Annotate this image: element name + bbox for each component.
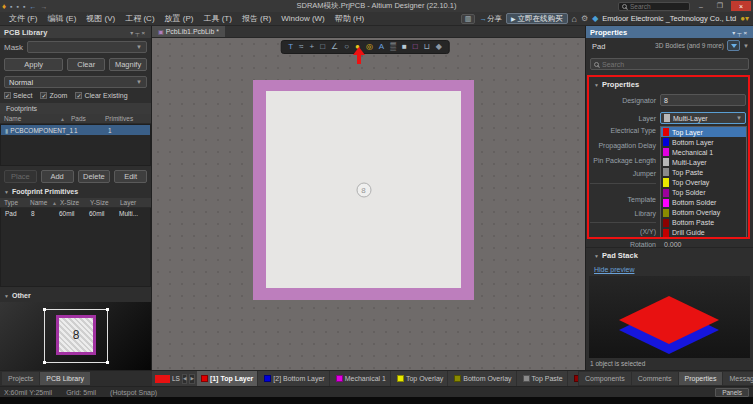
via-tool-icon[interactable]: ◎ — [366, 43, 373, 51]
global-search-box[interactable] — [618, 2, 690, 11]
layer-option-top-layer[interactable]: Top Layer — [661, 127, 746, 137]
delete-button[interactable]: Delete — [78, 170, 111, 183]
layer-tab-mechanical-1[interactable]: Mechanical 1 — [332, 371, 391, 386]
footprints-table-header[interactable]: Name ▲ Pads Primitives — [0, 114, 151, 124]
share-button[interactable]: →分享 — [479, 14, 502, 24]
dimension-tool-icon[interactable]: ∠ — [331, 43, 338, 51]
save-icon[interactable]: ▪ — [10, 3, 12, 10]
layer-option-bottom-paste[interactable]: Bottom Paste — [661, 218, 746, 228]
3d-body-tool-icon[interactable]: ◆ — [436, 43, 442, 51]
open-icon[interactable]: ▪ — [17, 3, 19, 10]
filter-mode-combo[interactable]: Normal▼ — [4, 76, 147, 88]
primitive-row[interactable]: Pad 8 60mil 60mil Multi... — [1, 208, 150, 218]
clear-button[interactable]: Clear — [67, 58, 105, 71]
scroll-right-icon[interactable]: ▶ — [189, 374, 194, 384]
layer-tab-bottom-overlay[interactable]: Bottom Overlay — [450, 371, 516, 386]
add-button[interactable]: Add — [41, 170, 74, 183]
selection-handle[interactable] — [43, 361, 46, 364]
layer-set-chip[interactable]: LS — [155, 375, 180, 383]
scroll-left-icon[interactable]: ◀ — [182, 374, 187, 384]
layer-option-multi-layer[interactable]: Multi-Layer — [661, 157, 746, 167]
selection-handle[interactable] — [106, 361, 109, 364]
clear-existing-checkbox[interactable]: ✓Clear Existing — [75, 92, 127, 99]
layer-option-drill-guide[interactable]: Drill Guide — [661, 228, 746, 238]
primitives-table-header[interactable]: Type Name ▲ X-Size Y-Size Layer — [0, 198, 151, 208]
menu-view[interactable]: 视图 (V) — [81, 13, 120, 24]
tab-projects[interactable]: Projects — [2, 372, 39, 385]
layer-tab-top-paste[interactable]: Top Paste — [519, 371, 568, 386]
layer-tab-bottom-paste[interactable]: Bottom Paste — [570, 371, 578, 386]
collapse-icon[interactable]: ▼ — [594, 82, 599, 88]
gear-icon[interactable]: ⚙ — [581, 14, 588, 23]
tab-properties[interactable]: Properties — [679, 372, 723, 385]
layer-option-bottom-solder[interactable]: Bottom Solder — [661, 198, 746, 208]
layer-option-bottom-layer[interactable]: Bottom Layer — [661, 137, 746, 147]
global-search-input[interactable] — [630, 3, 685, 10]
designator-field[interactable]: 8 — [660, 94, 746, 106]
selection-handle[interactable] — [43, 308, 46, 311]
track-tool-icon[interactable]: ≈ — [299, 43, 303, 51]
menu-place[interactable]: 放置 (P) — [160, 13, 199, 24]
menu-reports[interactable]: 报告 (R) — [237, 13, 276, 24]
layer-option-mechanical-1[interactable]: Mechanical 1 — [661, 147, 746, 157]
layer-option-top-solder[interactable]: Top Solder — [661, 188, 746, 198]
mask-combo[interactable]: ▼ — [27, 41, 147, 53]
layer-tab-top-overlay[interactable]: Top Overlay — [393, 371, 448, 386]
layer-tab-bottom-layer[interactable]: [2] Bottom Layer — [260, 371, 329, 386]
arc-tool-icon[interactable]: ○ — [344, 43, 349, 51]
user-account-icon[interactable]: ●▾ — [740, 14, 749, 23]
home-icon[interactable]: ⌂ — [572, 14, 577, 24]
collapse-icon[interactable]: ▼ — [4, 293, 9, 299]
storage-icon[interactable]: ▪ — [23, 3, 25, 10]
rectangle-tool-icon[interactable]: □ — [320, 43, 325, 51]
layer-dropdown-field[interactable]: Multi-Layer ▼ — [660, 112, 746, 124]
pad-object[interactable]: 8 — [253, 80, 474, 300]
select-checkbox[interactable]: ✓Select — [4, 92, 32, 99]
tab-comments[interactable]: Comments — [632, 372, 678, 385]
room-tool-icon[interactable]: □ — [413, 43, 418, 51]
panel-header-icons[interactable]: ▾┬× — [732, 29, 749, 36]
tab-messages[interactable]: Messages — [723, 372, 753, 385]
close-button[interactable]: × — [731, 1, 751, 11]
crosshair-tool-icon[interactable]: + — [310, 43, 315, 51]
menu-edit[interactable]: 编辑 (E) — [42, 13, 81, 24]
redo-icon[interactable]: → — [41, 3, 48, 10]
menu-file[interactable]: 文件 (F) — [4, 13, 42, 24]
footprint-row[interactable]: ▮ PCBCOMPONENT_1 1 1 — [1, 125, 150, 135]
maximize-button[interactable]: ❐ — [712, 1, 728, 11]
apply-button[interactable]: Apply — [4, 58, 63, 71]
layer-tab-top-layer[interactable]: [1] Top Layer — [197, 371, 258, 386]
pad-stack-3d-preview[interactable] — [589, 276, 750, 358]
properties-search-box[interactable] — [590, 58, 749, 70]
chevron-down-icon[interactable]: ▼ — [743, 43, 749, 49]
collapse-icon[interactable]: ▼ — [4, 189, 9, 195]
tab-pcb-library[interactable]: PCB Library — [40, 372, 90, 385]
minimize-button[interactable]: – — [693, 1, 709, 11]
menu-help[interactable]: 帮助 (H) — [330, 13, 369, 24]
collapse-icon[interactable]: ▼ — [594, 253, 599, 259]
tab-components[interactable]: Components — [579, 372, 631, 385]
place-button[interactable]: Place — [4, 170, 37, 183]
menu-window[interactable]: Window (W) — [276, 14, 330, 23]
fill-tool-icon[interactable]: ■ — [402, 43, 407, 51]
document-tab[interactable]: ▣ PcbLib1.PcbLib * — [152, 26, 225, 37]
comment-icon[interactable]: ▥ — [461, 14, 476, 24]
menu-project[interactable]: 工程 (C) — [120, 13, 159, 24]
pcb-editor-canvas[interactable]: T ≈ + □ ∠ ○ ● ◎ A ▒ ■ □ ⊔ ◆ — [152, 38, 585, 370]
polygon-tool-icon[interactable]: ▒ — [390, 43, 396, 51]
text-tool-icon[interactable]: A — [379, 43, 384, 51]
edit-button[interactable]: Edit — [114, 170, 147, 183]
layer-option-bottom-overlay[interactable]: Bottom Overlay — [661, 208, 746, 218]
zoom-checkbox[interactable]: ✓Zoom — [40, 92, 67, 99]
undo-icon[interactable]: ← — [30, 3, 37, 10]
magnify-button[interactable]: Magnify — [109, 58, 147, 71]
hide-preview-link[interactable]: Hide preview — [594, 266, 634, 273]
board-shape-tool-icon[interactable]: ⊔ — [424, 43, 430, 51]
panels-button[interactable]: Panels — [715, 388, 749, 397]
menu-tools[interactable]: 工具 (T) — [198, 13, 236, 24]
layer-option-top-overlay[interactable]: Top Overlay — [661, 177, 746, 187]
panel-header-icons[interactable]: ▾┬× — [130, 29, 147, 36]
selection-handle[interactable] — [106, 308, 109, 311]
filter-funnel-icon[interactable] — [727, 40, 740, 51]
buy-online-button[interactable]: ▶立即在线购买 — [506, 13, 568, 24]
